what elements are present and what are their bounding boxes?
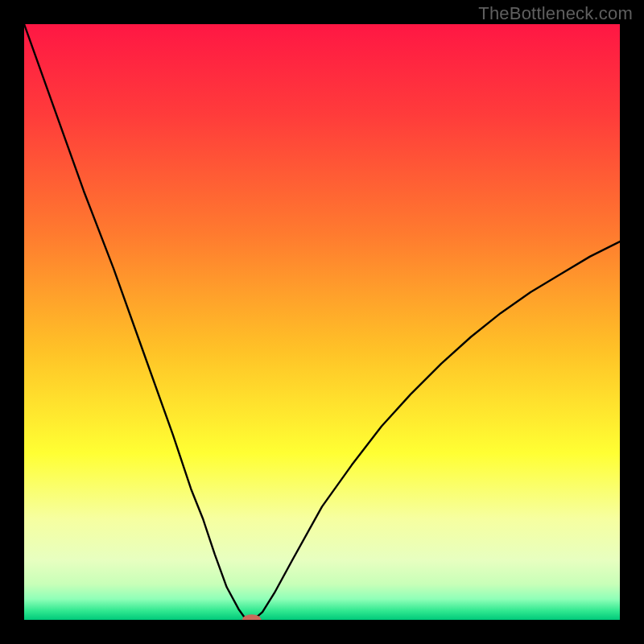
gradient-background [24, 24, 620, 620]
watermark-text: TheBottleneck.com [478, 3, 633, 24]
chart-frame: TheBottleneck.com [0, 0, 644, 644]
chart-svg [24, 24, 620, 620]
plot-area [24, 24, 620, 620]
